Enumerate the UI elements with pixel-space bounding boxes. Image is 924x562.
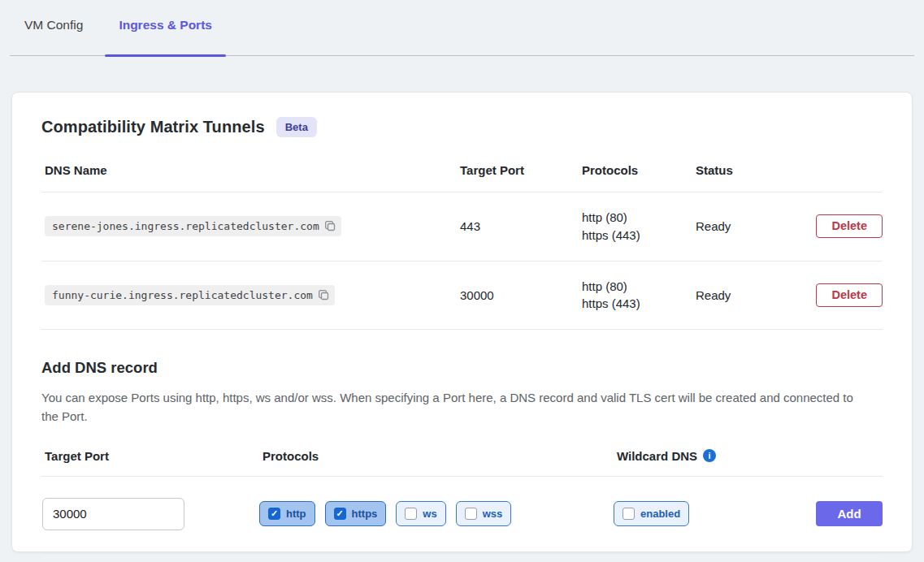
wildcard-dns-label: Wildcard DNS bbox=[617, 449, 697, 463]
add-dns-record-description: You can expose Ports using http, https, … bbox=[41, 388, 862, 426]
copy-icon[interactable] bbox=[318, 289, 330, 301]
card-header: Compatibility Matrix Tunnels Beta bbox=[41, 117, 883, 137]
protocol-checkbox-http[interactable]: http bbox=[259, 501, 315, 526]
protocol-entry: https (443) bbox=[582, 295, 692, 313]
tab-bar: VM Config Ingress & Ports bbox=[10, 0, 914, 56]
protocols-cell: http (80) https (443) bbox=[579, 278, 692, 313]
target-port-input[interactable] bbox=[42, 498, 184, 530]
dns-name-pill: serene-jones.ingress.replicatedcluster.c… bbox=[45, 216, 341, 236]
protocol-entry: https (443) bbox=[582, 227, 692, 244]
column-header-protocols: Protocols bbox=[579, 163, 692, 177]
protocol-checkbox-label: https bbox=[352, 508, 378, 520]
wildcard-dns-cell: enabled bbox=[614, 501, 809, 526]
protocol-checkbox-ws[interactable]: ws bbox=[396, 501, 445, 526]
protocol-checkbox-label: wss bbox=[483, 508, 503, 520]
dns-name-pill: funny-curie.ingress.replicatedcluster.co… bbox=[45, 285, 335, 305]
target-port-field-cell bbox=[41, 498, 259, 530]
dns-name-text: funny-curie.ingress.replicatedcluster.co… bbox=[52, 289, 313, 301]
column-header-status: Status bbox=[692, 163, 807, 177]
copy-icon[interactable] bbox=[324, 220, 336, 232]
dns-name-cell: funny-curie.ingress.replicatedcluster.co… bbox=[41, 285, 457, 305]
dns-name-cell: serene-jones.ingress.replicatedcluster.c… bbox=[41, 216, 457, 236]
form-header-protocols: Protocols bbox=[259, 449, 614, 463]
column-header-target-port: Target Port bbox=[457, 163, 579, 177]
checkbox-icon bbox=[334, 508, 346, 520]
delete-button[interactable]: Delete bbox=[816, 214, 883, 238]
wildcard-enabled-checkbox[interactable]: enabled bbox=[614, 501, 689, 526]
protocol-checkbox-group: http https ws wss bbox=[259, 501, 614, 526]
tunnels-card: Compatibility Matrix Tunnels Beta DNS Na… bbox=[11, 92, 913, 552]
protocol-checkbox-wss[interactable]: wss bbox=[456, 501, 512, 526]
protocol-checkbox-label: ws bbox=[423, 508, 436, 520]
form-header-target-port: Target Port bbox=[41, 449, 259, 463]
tab-vm-config[interactable]: VM Config bbox=[11, 18, 97, 55]
tab-ingress-ports[interactable]: Ingress & Ports bbox=[105, 18, 226, 55]
page-title: Compatibility Matrix Tunnels bbox=[41, 118, 265, 136]
dns-name-text: serene-jones.ingress.replicatedcluster.c… bbox=[52, 220, 319, 232]
protocol-entry: http (80) bbox=[582, 278, 692, 296]
status-cell: Ready bbox=[692, 288, 807, 302]
add-form-row: http https ws wss enabled Add bbox=[41, 477, 883, 554]
table-row: serene-jones.ingress.replicatedcluster.c… bbox=[41, 192, 883, 262]
table-header-row: DNS Name Target Port Protocols Status bbox=[41, 157, 883, 192]
checkbox-icon bbox=[623, 508, 635, 520]
checkbox-icon bbox=[405, 508, 417, 520]
beta-badge: Beta bbox=[276, 117, 317, 137]
tunnels-table: DNS Name Target Port Protocols Status se… bbox=[41, 157, 883, 330]
protocol-checkbox-label: http bbox=[286, 508, 306, 520]
column-header-dns-name: DNS Name bbox=[41, 163, 457, 177]
protocols-cell: http (80) https (443) bbox=[579, 209, 692, 244]
add-dns-record-title: Add DNS record bbox=[41, 359, 883, 377]
delete-button[interactable]: Delete bbox=[816, 283, 883, 307]
add-button[interactable]: Add bbox=[816, 501, 883, 526]
target-port-cell: 30000 bbox=[457, 288, 579, 302]
table-row: funny-curie.ingress.replicatedcluster.co… bbox=[41, 262, 883, 331]
target-port-cell: 443 bbox=[457, 219, 579, 233]
form-header-wildcard-dns: Wildcard DNS i bbox=[614, 449, 809, 463]
info-icon[interactable]: i bbox=[703, 449, 716, 462]
wildcard-enabled-label: enabled bbox=[640, 508, 680, 520]
checkbox-icon bbox=[465, 508, 477, 520]
protocol-checkbox-https[interactable]: https bbox=[325, 501, 387, 526]
add-form-header-row: Target Port Protocols Wildcard DNS i bbox=[41, 444, 883, 477]
checkbox-icon bbox=[268, 508, 280, 520]
status-cell: Ready bbox=[692, 219, 807, 233]
protocol-entry: http (80) bbox=[582, 209, 692, 227]
